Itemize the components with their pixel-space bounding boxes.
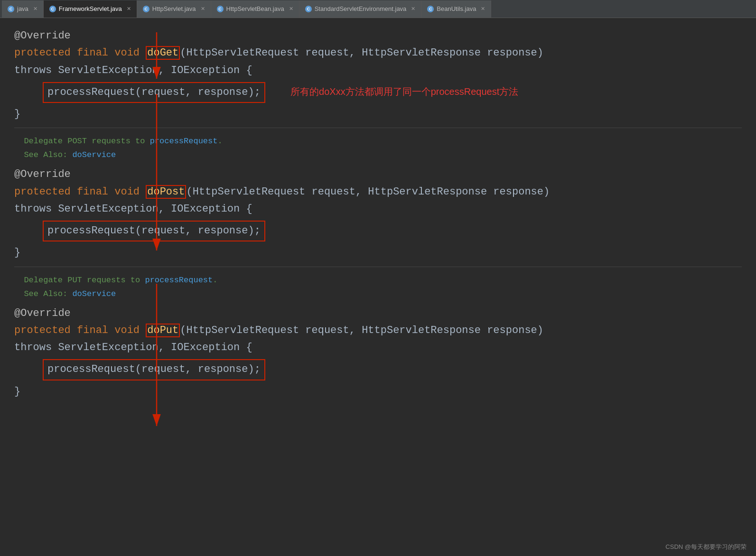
tab-close[interactable]: ✕ — [481, 6, 485, 12]
section2: @Override protected final void doPost(Ht… — [14, 166, 742, 261]
tab-icon: C — [217, 6, 224, 12]
tab-httpservletbean[interactable]: C HttpServletBean.java ✕ — [211, 0, 299, 18]
section1-close: } — [14, 106, 742, 123]
tab-label: HttpServlet.java — [152, 5, 196, 12]
section3-close: } — [14, 383, 742, 400]
section3-signature: protected final void doPut(HttpServletRe… — [14, 322, 742, 339]
section3-throws: throws ServletException, IOException { — [14, 339, 742, 356]
tab-close[interactable]: ✕ — [411, 6, 415, 12]
tab-close[interactable]: ✕ — [33, 6, 37, 12]
footer: CSDN @每天都要学习的阿荣 — [665, 543, 747, 551]
tab-standardservletenvironment[interactable]: C StandardServletEnvironment.java ✕ — [299, 0, 422, 18]
editor-area: @Override protected final void doGet(Htt… — [0, 18, 756, 556]
section3-doc1: Delegate PUT requests to processRequest. — [14, 274, 742, 287]
tab-label: BeanUtils.java — [437, 5, 476, 12]
tab-icon: C — [305, 6, 312, 12]
tab-label: java — [17, 5, 28, 12]
section2-doc2: See Also: doService — [14, 148, 742, 162]
tab-label: FrameworkServlet.java — [59, 5, 122, 12]
tab-icon: C — [8, 6, 14, 12]
tab-close[interactable]: ✕ — [289, 6, 293, 12]
annotation-text: 所有的doXxx方法都调用了同一个processRequest方法 — [290, 86, 518, 97]
section1: @Override protected final void doGet(Htt… — [14, 28, 742, 123]
section2-body: processRequest(request, response); — [14, 221, 742, 241]
section1-throws: throws ServletException, IOException { — [14, 62, 742, 79]
section2-annotation: @Override — [14, 166, 742, 183]
tab-close[interactable]: ✕ — [201, 6, 205, 12]
tab-frameworkservlet[interactable]: C FrameworkServlet.java ✕ — [44, 0, 137, 18]
section3-annotation: @Override — [14, 305, 742, 322]
section2-doc: Delegate POST requests to processRequest… — [14, 133, 742, 164]
section2-close: } — [14, 244, 742, 261]
section3-doc: Delegate PUT requests to processRequest.… — [14, 272, 742, 303]
tab-bar: C java ✕ C FrameworkServlet.java ✕ C Htt… — [0, 0, 756, 18]
tab-icon: C — [143, 6, 149, 12]
section1-body: processRequest(request, response); 所有的do… — [14, 82, 742, 103]
section1-signature: protected final void doGet(HttpServletRe… — [14, 45, 742, 62]
tab-close[interactable]: ✕ — [127, 6, 131, 12]
section3-body: processRequest(request, response); — [14, 359, 742, 380]
tab-beanutils[interactable]: C BeanUtils.java ✕ — [421, 0, 491, 18]
tab-icon: C — [427, 6, 434, 12]
tab-httpservlet[interactable]: C HttpServlet.java ✕ — [137, 0, 211, 18]
section3-doc2: See Also: doService — [14, 287, 742, 301]
section3: @Override protected final void doPut(Htt… — [14, 305, 742, 400]
section2-throws: throws ServletException, IOException { — [14, 201, 742, 218]
tab-label: HttpServletBean.java — [226, 5, 284, 12]
section2-signature: protected final void doPost(HttpServletR… — [14, 184, 742, 201]
tab-java[interactable]: C java ✕ — [2, 0, 44, 18]
tab-icon: C — [49, 6, 56, 12]
section2-doc1: Delegate POST requests to processRequest… — [14, 135, 742, 148]
tab-label: StandardServletEnvironment.java — [315, 5, 407, 12]
section1-annotation: @Override — [14, 28, 742, 45]
